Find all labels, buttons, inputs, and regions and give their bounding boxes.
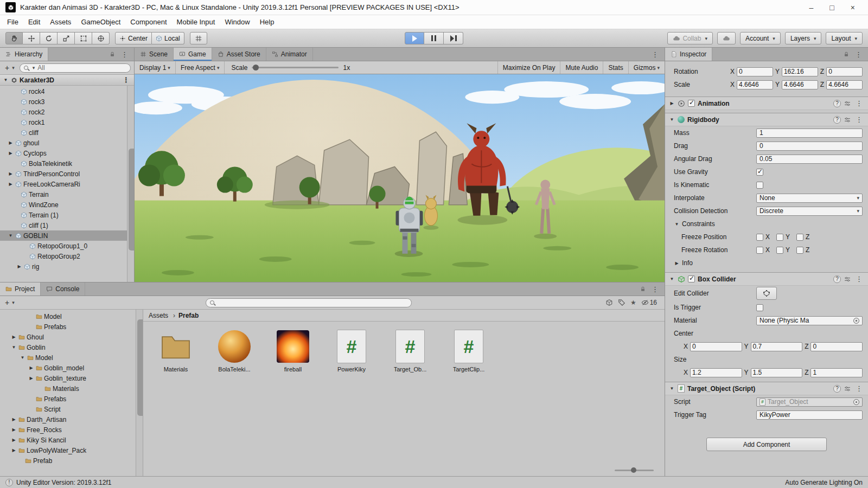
hierarchy-item[interactable]: Terrain bbox=[0, 189, 134, 200]
hierarchy-scrollbar[interactable] bbox=[127, 86, 134, 282]
freeze-position-z-checkbox[interactable] bbox=[796, 234, 803, 241]
expand-arrow-icon[interactable]: ▶ bbox=[11, 448, 17, 453]
search-by-type-icon[interactable] bbox=[605, 299, 613, 306]
presets-icon[interactable] bbox=[844, 385, 851, 393]
presets-icon[interactable] bbox=[844, 100, 851, 107]
menu-file[interactable]: File bbox=[2, 15, 23, 29]
rotation-y-field[interactable]: 162.16 bbox=[782, 67, 818, 76]
asset-item-bolatelekinetik[interactable]: BolaTeleki... bbox=[213, 329, 256, 373]
asset-item-powerkiky[interactable]: # PowerKiky bbox=[330, 329, 373, 373]
menu-help[interactable]: Help bbox=[255, 15, 279, 29]
hierarchy-item[interactable]: rock2 bbox=[0, 107, 134, 117]
asset-item-fireball[interactable]: fireball bbox=[271, 329, 315, 373]
scale-z-field[interactable]: 4.6646 bbox=[826, 80, 863, 89]
scale-tool-button[interactable] bbox=[58, 32, 75, 44]
asset-item-targetclip[interactable]: # TargetClip... bbox=[447, 329, 490, 373]
search-by-label-icon[interactable] bbox=[618, 299, 626, 306]
hierarchy-item[interactable]: rock4 bbox=[0, 86, 134, 97]
thumbnail-size-slider[interactable] bbox=[615, 470, 654, 471]
freeze-position-x-checkbox[interactable] bbox=[756, 234, 763, 241]
expand-arrow-icon[interactable]: ▼ bbox=[20, 355, 25, 360]
object-picker-icon[interactable] bbox=[853, 318, 859, 324]
tab-scene[interactable]: Scene bbox=[135, 48, 174, 61]
menu-assets[interactable]: Assets bbox=[45, 15, 76, 29]
hierarchy-search-input[interactable]: ▾ All bbox=[20, 63, 131, 73]
target-object-script-header[interactable]: ▼ # Target_Object (Script) ? ⋮ bbox=[665, 382, 868, 395]
hierarchy-item[interactable]: WindZone bbox=[0, 200, 134, 210]
breadcrumb-assets[interactable]: Assets bbox=[149, 312, 168, 319]
step-button[interactable] bbox=[444, 32, 463, 44]
rect-tool-button[interactable] bbox=[75, 32, 92, 44]
help-icon[interactable]: ? bbox=[833, 275, 841, 283]
animation-component-header[interactable]: ▶ Animation ? ⋮ bbox=[665, 97, 868, 110]
script-object-field[interactable]: # Target_Object bbox=[756, 397, 863, 407]
favorites-star-icon[interactable]: ★ bbox=[630, 299, 636, 306]
component-menu-icon[interactable]: ⋮ bbox=[854, 115, 864, 124]
drag-field[interactable]: 0 bbox=[756, 142, 863, 151]
project-folder[interactable]: ▼Goblin bbox=[0, 342, 143, 352]
hierarchy-item[interactable]: ▶Cyclops bbox=[0, 148, 134, 158]
box-collider-component-header[interactable]: ▼ Box Collider ? ⋮ bbox=[665, 272, 868, 286]
menu-mobile-input[interactable]: Mobile Input bbox=[172, 15, 220, 29]
help-icon[interactable]: ? bbox=[833, 385, 841, 393]
collab-dropdown[interactable]: Collab ▾ bbox=[667, 32, 713, 44]
menu-component[interactable]: Component bbox=[125, 15, 171, 29]
layers-dropdown[interactable]: Layers ▾ bbox=[785, 32, 822, 44]
panel-menu-icon[interactable]: ⋮ bbox=[853, 50, 864, 59]
material-object-field[interactable]: None (Physic Ma bbox=[756, 316, 863, 325]
hierarchy-item[interactable]: rock1 bbox=[0, 117, 134, 127]
tab-asset-store[interactable]: Asset Store bbox=[212, 48, 266, 61]
account-dropdown[interactable]: Account ▾ bbox=[740, 32, 781, 44]
gizmos-dropdown[interactable]: Gizmos▾ bbox=[628, 61, 665, 74]
box-collider-enabled-checkbox[interactable] bbox=[688, 275, 695, 282]
expand-arrow-icon[interactable]: ▼ bbox=[8, 233, 14, 238]
component-menu-icon[interactable]: ⋮ bbox=[854, 384, 864, 393]
scene-menu-icon[interactable]: ⋮ bbox=[121, 76, 131, 84]
tab-animator[interactable]: Animator bbox=[266, 48, 313, 61]
freeze-rotation-x-checkbox[interactable] bbox=[756, 247, 763, 254]
expand-arrow-icon[interactable]: ▶ bbox=[11, 438, 17, 442]
interpolate-dropdown[interactable]: None▾ bbox=[756, 194, 863, 203]
lock-icon[interactable] bbox=[109, 51, 116, 57]
center-y-field[interactable]: 0.7 bbox=[751, 342, 803, 351]
freeze-position-y-checkbox[interactable] bbox=[776, 234, 783, 241]
play-button[interactable] bbox=[405, 32, 424, 44]
expand-arrow-icon[interactable]: ▶ bbox=[16, 264, 22, 269]
tab-inspector[interactable]: Inspector bbox=[665, 48, 712, 61]
layout-dropdown[interactable]: Layout ▾ bbox=[826, 32, 863, 44]
scene-expand-arrow[interactable]: ▼ bbox=[3, 78, 9, 82]
close-button[interactable]: × bbox=[851, 3, 855, 12]
edit-collider-button[interactable] bbox=[756, 287, 777, 300]
expand-arrow-icon[interactable]: ▶ bbox=[11, 417, 17, 422]
mass-field[interactable]: 1 bbox=[756, 129, 863, 138]
rotate-tool-button[interactable] bbox=[40, 32, 58, 44]
project-folder[interactable]: ▶Goblin_texture bbox=[0, 373, 143, 383]
constraints-foldout[interactable]: ▼Constraints bbox=[665, 217, 868, 230]
component-menu-icon[interactable]: ⋮ bbox=[854, 275, 864, 283]
hierarchy-item[interactable]: Terrain (1) bbox=[0, 210, 134, 220]
project-folder[interactable]: Prefabs bbox=[0, 394, 143, 404]
project-search-input[interactable] bbox=[206, 298, 412, 307]
center-x-field[interactable]: 0 bbox=[690, 342, 742, 351]
pivot-center-toggle[interactable]: Center bbox=[115, 32, 152, 44]
stats-toggle[interactable]: Stats bbox=[603, 61, 628, 74]
hierarchy-item[interactable]: ▶FreeLookCameraRi bbox=[0, 179, 134, 189]
expand-arrow-icon[interactable]: ▼ bbox=[669, 117, 675, 122]
center-z-field[interactable]: 0 bbox=[810, 342, 863, 351]
transform-tool-button[interactable] bbox=[92, 32, 110, 44]
panel-menu-icon[interactable]: ⋮ bbox=[650, 285, 660, 293]
create-object-button[interactable]: +▾ bbox=[3, 63, 16, 72]
hierarchy-item[interactable]: cliff (1) bbox=[0, 220, 134, 230]
project-folder[interactable]: Script bbox=[0, 404, 143, 414]
lock-icon[interactable] bbox=[640, 286, 646, 292]
project-folder[interactable]: ▶Free_Rocks bbox=[0, 425, 143, 435]
project-folder[interactable]: ▶Goblin_model bbox=[0, 363, 143, 373]
project-folder[interactable]: ▶LowPolyWater_Pack bbox=[0, 445, 143, 455]
hierarchy-item[interactable]: cliff bbox=[0, 127, 134, 138]
scale-x-field[interactable]: 4.6646 bbox=[737, 80, 773, 89]
presets-icon[interactable] bbox=[844, 275, 851, 283]
info-foldout[interactable]: ▶Info bbox=[665, 256, 868, 269]
auto-generate-lighting-status[interactable]: Auto Generate Lighting On bbox=[785, 479, 863, 486]
project-tree-scrollbar[interactable] bbox=[136, 310, 143, 476]
hierarchy-item[interactable]: RetopoGroup2 bbox=[0, 251, 134, 261]
